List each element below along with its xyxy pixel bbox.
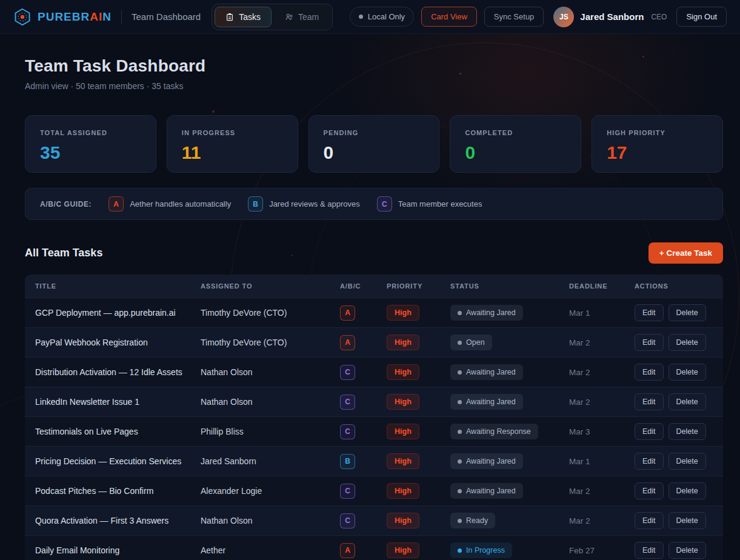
table-row: LinkedIn Newsletter Issue 1 Nathan Olson… xyxy=(25,387,723,416)
task-assigned-to: Aether xyxy=(201,545,225,555)
delete-button[interactable]: Delete xyxy=(668,482,706,499)
edit-button[interactable]: Edit xyxy=(635,453,664,470)
task-assigned-to: Jared Sanborn xyxy=(201,456,256,466)
guide-text: Team member executes xyxy=(398,199,482,208)
task-title: Quora Activation — First 3 Answers xyxy=(35,516,168,525)
status-badge: Awaiting Jared xyxy=(450,483,523,499)
abc-badge: A xyxy=(340,305,355,321)
task-title: Distribution Activation — 12 Idle Assets xyxy=(35,367,182,377)
stat-card-completed: COMPLETED 0 xyxy=(450,115,581,173)
column-header-actions: ACTIONS xyxy=(624,275,723,298)
task-title: Podcast Pitches — Bio Confirm xyxy=(35,486,153,496)
tasks-section-title: All Team Tasks xyxy=(25,247,102,259)
avatar: JS xyxy=(553,7,574,27)
brand-hexagon-icon xyxy=(13,7,32,27)
stat-value: 0 xyxy=(465,142,566,163)
tab-tasks[interactable]: Tasks xyxy=(215,7,272,27)
nav-right: Local Only Card View Sync Setup JS Jared… xyxy=(350,7,727,27)
nav-subtitle: Team Dashboard xyxy=(132,12,201,22)
abc-badge: C xyxy=(340,424,355,439)
abc-badge: C xyxy=(340,395,355,410)
stat-value: 17 xyxy=(607,142,708,163)
stat-card-pending: PENDING 0 xyxy=(308,115,440,173)
task-deadline: Feb 27 xyxy=(569,546,595,555)
column-header-deadline: DEADLINE xyxy=(559,275,624,298)
task-deadline: Mar 2 xyxy=(569,368,590,377)
column-header-assigned-to: ASSIGNED TO xyxy=(190,275,330,298)
table-row: Quora Activation — First 3 Answers Natha… xyxy=(25,505,723,535)
row-actions: Edit Delete xyxy=(635,482,717,499)
user-name: Jared Sanborn xyxy=(580,12,644,22)
task-deadline: Mar 2 xyxy=(569,487,590,496)
status-label: Awaiting Jared xyxy=(466,487,516,495)
create-task-button[interactable]: + Create Task xyxy=(648,242,723,264)
status-badge: Awaiting Response xyxy=(450,424,538,439)
task-title: LinkedIn Newsletter Issue 1 xyxy=(35,397,139,407)
status-dot-icon xyxy=(458,370,462,375)
guide-text: Jared reviews & approves xyxy=(269,199,360,208)
edit-button[interactable]: Edit xyxy=(635,423,664,440)
stat-label: IN PROGRESS xyxy=(182,129,283,136)
table-row: Testimonials on Live Pages Phillip Bliss… xyxy=(25,416,723,446)
column-header-title: TITLE xyxy=(25,275,190,298)
brand-name: PUREBRAIN xyxy=(38,10,112,24)
edit-button[interactable]: Edit xyxy=(635,364,664,381)
delete-button[interactable]: Delete xyxy=(668,542,706,559)
task-title: Daily Email Monitoring xyxy=(35,545,119,555)
status-label: Awaiting Response xyxy=(466,427,531,436)
local-only-badge[interactable]: Local Only xyxy=(350,7,414,27)
card-view-button[interactable]: Card View xyxy=(421,7,477,27)
status-badge: Ready xyxy=(450,513,495,528)
stat-value: 11 xyxy=(182,142,283,163)
user-chip[interactable]: JS Jared Sanborn CEO xyxy=(553,7,667,27)
task-assigned-to: Nathan Olson xyxy=(201,367,253,377)
edit-button[interactable]: Edit xyxy=(635,542,664,559)
abc-guide-bar: A/B/C GUIDE: A Aether handles automatica… xyxy=(25,188,723,220)
delete-button[interactable]: Delete xyxy=(668,334,706,351)
view-tab-group: Tasks Team xyxy=(212,4,333,30)
task-assigned-to: Alexander Logie xyxy=(201,486,262,496)
column-header-abc: A/B/C xyxy=(330,275,376,298)
abc-badge: A xyxy=(340,335,355,350)
task-assigned-to: Timothy DeVore (CTO) xyxy=(201,338,287,347)
row-actions: Edit Delete xyxy=(635,393,717,410)
status-label: Awaiting Jared xyxy=(466,368,516,376)
status-dot-icon xyxy=(458,519,462,523)
delete-button[interactable]: Delete xyxy=(668,423,706,440)
status-dot-icon xyxy=(458,548,462,553)
row-actions: Edit Delete xyxy=(635,304,717,321)
nav-divider xyxy=(121,10,122,24)
tasks-table: TITLE ASSIGNED TO A/B/C PRIORITY STATUS … xyxy=(25,275,723,560)
tasks-section-header: All Team Tasks + Create Task xyxy=(25,242,723,264)
task-deadline: Mar 2 xyxy=(569,338,590,347)
table-row: Distribution Activation — 12 Idle Assets… xyxy=(25,357,723,387)
user-role: CEO xyxy=(651,13,667,21)
local-only-label: Local Only xyxy=(368,12,405,21)
delete-button[interactable]: Delete xyxy=(668,453,706,470)
task-title: Pricing Decision — Execution Services xyxy=(35,456,181,466)
delete-button[interactable]: Delete xyxy=(668,304,706,321)
delete-button[interactable]: Delete xyxy=(668,393,706,410)
task-deadline: Mar 3 xyxy=(569,427,590,436)
guide-text: Aether handles automatically xyxy=(130,199,231,208)
edit-button[interactable]: Edit xyxy=(635,304,664,321)
table-row: PayPal Webhook Registration Timothy DeVo… xyxy=(25,327,723,357)
status-label: In Progress xyxy=(466,546,505,555)
edit-button[interactable]: Edit xyxy=(635,393,664,410)
clipboard-icon xyxy=(225,13,234,21)
sync-setup-button[interactable]: Sync Setup xyxy=(484,7,544,27)
edit-button[interactable]: Edit xyxy=(635,512,664,529)
sign-out-button[interactable]: Sign Out xyxy=(676,7,727,27)
edit-button[interactable]: Edit xyxy=(635,334,664,351)
task-deadline: Mar 1 xyxy=(569,308,590,318)
abc-badge: C xyxy=(340,365,355,380)
task-assigned-to: Timothy DeVore (CTO) xyxy=(201,308,287,318)
status-badge: Awaiting Jared xyxy=(450,305,523,321)
tab-team[interactable]: Team xyxy=(274,7,330,27)
delete-button[interactable]: Delete xyxy=(668,364,706,381)
stat-label: HIGH PRIORITY xyxy=(607,129,708,136)
status-label: Awaiting Jared xyxy=(466,308,516,317)
stat-card-total-assigned: TOTAL ASSIGNED 35 xyxy=(25,115,156,173)
delete-button[interactable]: Delete xyxy=(668,512,706,529)
edit-button[interactable]: Edit xyxy=(635,482,664,499)
